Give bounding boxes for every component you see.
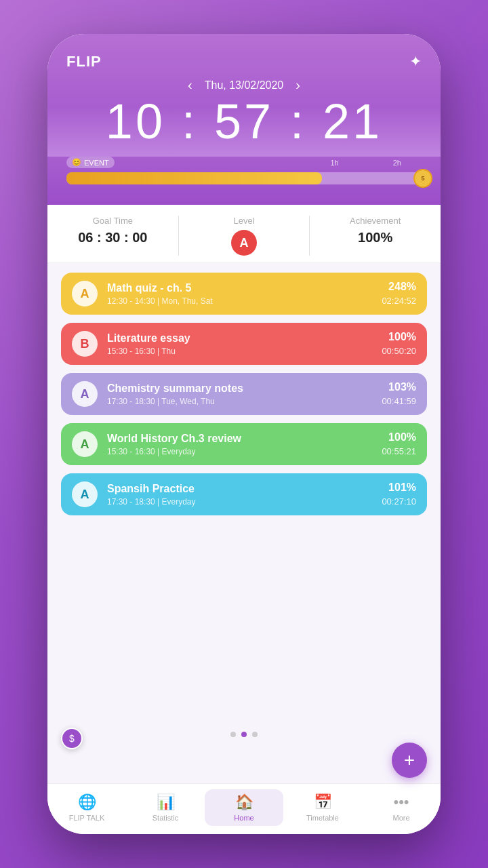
card-title: Chemistry summary notes (107, 382, 372, 395)
home-label: Home (234, 814, 253, 822)
stats-row: Goal Time 06 : 30 : 00 Level A Achieveme… (47, 205, 441, 263)
card-info: Chemistry summary notes 17:30 - 18:30 | … (107, 382, 372, 406)
progress-label-row: 😊 EVENT 1h 2h (66, 157, 422, 168)
timetable-icon: 📅 (314, 793, 332, 811)
card-badge: A (72, 281, 98, 307)
fab-area: $ + (47, 740, 441, 783)
progress-bar: 5 (66, 172, 422, 184)
card-title: Spansih Practice (107, 483, 372, 495)
achievement-label: Achievement (310, 216, 441, 226)
timetable-label: Timetable (306, 814, 339, 822)
event-badge: 😊 EVENT (66, 157, 115, 168)
current-time: 10 : 57 : 21 (66, 97, 422, 146)
goal-time-stat: Goal Time 06 : 30 : 00 (47, 216, 179, 256)
task-card[interactable]: A Math quiz - ch. 5 12:30 - 14:30 | Mon,… (61, 273, 427, 315)
task-card[interactable]: A World History Ch.3 review 15:30 - 16:3… (61, 423, 427, 465)
card-percent: 248% (382, 281, 416, 293)
marker-1h: 1h (331, 159, 339, 167)
current-date: Thu, 13/02/2020 (205, 79, 284, 92)
card-badge: A (72, 481, 98, 507)
card-time: 00:55:21 (382, 446, 416, 456)
more-icon: ••• (393, 793, 409, 811)
statistic-label: Statistic (152, 814, 179, 822)
achievement-value: 100% (310, 230, 441, 245)
pagination-dot[interactable] (252, 732, 258, 737)
date-navigation: ‹ Thu, 13/02/2020 › (66, 77, 422, 93)
card-stats: 100% 00:50:20 (382, 331, 416, 357)
add-task-button[interactable]: + (392, 743, 427, 778)
progress-bar-fill (66, 172, 322, 184)
task-card[interactable]: A Chemistry summary notes 17:30 - 18:30 … (61, 373, 427, 415)
level-stat: Level A (179, 216, 310, 256)
card-schedule: 15:30 - 16:30 | Everyday (107, 447, 372, 456)
level-badge: A (231, 230, 257, 256)
card-time: 00:27:10 (382, 496, 416, 507)
card-badge: A (72, 381, 98, 407)
card-title: World History Ch.3 review (107, 433, 372, 445)
nav-item-more[interactable]: ••• More (362, 789, 441, 826)
card-time: 00:41:59 (382, 396, 416, 406)
card-stats: 248% 02:24:52 (382, 281, 416, 307)
task-card[interactable]: B Literature essay 15:30 - 16:30 | Thu 1… (61, 323, 427, 365)
prev-date-button[interactable]: ‹ (188, 77, 192, 93)
coin-circle: $ (61, 728, 83, 749)
header-area: FLIP ✦ ‹ Thu, 13/02/2020 › 10 : 57 : 21 (47, 34, 441, 157)
card-time: 00:50:20 (382, 346, 416, 356)
card-info: Spansih Practice 17:30 - 18:30 | Everyda… (107, 483, 372, 507)
marker-2h: 2h (393, 159, 401, 167)
pagination-dot[interactable] (230, 732, 236, 737)
card-stats: 100% 00:55:21 (382, 431, 416, 457)
nav-item-flip-talk[interactable]: 🌐 FLIP TALK (47, 789, 126, 826)
goal-time-label: Goal Time (47, 216, 178, 226)
card-schedule: 17:30 - 18:30 | Everyday (107, 497, 372, 507)
card-percent: 103% (382, 381, 416, 393)
card-title: Math quiz - ch. 5 (107, 282, 372, 294)
pagination-dot[interactable] (241, 732, 247, 737)
card-title: Literature essay (107, 332, 372, 344)
coin-badge: 5 (413, 169, 432, 188)
app-title: FLIP (66, 53, 102, 71)
card-info: Math quiz - ch. 5 12:30 - 14:30 | Mon, T… (107, 282, 372, 306)
more-label: More (392, 814, 409, 822)
statistic-icon: 📊 (157, 793, 175, 811)
achievement-stat: Achievement 100% (310, 216, 441, 256)
card-info: World History Ch.3 review 15:30 - 16:30 … (107, 433, 372, 456)
nav-item-timetable[interactable]: 📅 Timetable (283, 789, 362, 826)
card-time: 02:24:52 (382, 296, 416, 306)
card-badge: B (72, 331, 98, 357)
card-stats: 101% 00:27:10 (382, 481, 416, 507)
card-percent: 101% (382, 481, 416, 494)
nav-item-home[interactable]: 🏠 Home (205, 789, 283, 826)
card-percent: 100% (382, 431, 416, 443)
card-info: Literature essay 15:30 - 16:30 | Thu (107, 332, 372, 356)
pagination-dots (47, 726, 441, 740)
card-schedule: 17:30 - 18:30 | Tue, Wed, Thu (107, 397, 372, 406)
flip-talk-label: FLIP TALK (69, 814, 105, 822)
cards-area: A Math quiz - ch. 5 12:30 - 14:30 | Mon,… (47, 263, 441, 726)
flip-talk-icon: 🌐 (78, 793, 96, 811)
bottom-nav: 🌐 FLIP TALK 📊 Statistic 🏠 Home 📅 Timetab… (47, 783, 441, 834)
phone-frame: FLIP ✦ ‹ Thu, 13/02/2020 › 10 : 57 : 21 … (47, 34, 441, 834)
progress-area: 😊 EVENT 1h 2h 5 (47, 157, 441, 205)
task-card[interactable]: A Spansih Practice 17:30 - 18:30 | Every… (61, 473, 427, 515)
card-percent: 100% (382, 331, 416, 343)
card-schedule: 15:30 - 16:30 | Thu (107, 347, 372, 356)
card-schedule: 12:30 - 14:30 | Mon, Thu, Sat (107, 296, 372, 306)
sparkle-icon[interactable]: ✦ (409, 53, 422, 71)
nav-item-statistic[interactable]: 📊 Statistic (126, 789, 205, 826)
event-icon: 😊 (72, 158, 81, 167)
header-top: FLIP ✦ (66, 53, 422, 71)
event-label: EVENT (84, 159, 109, 167)
next-date-button[interactable]: › (296, 77, 300, 93)
card-badge: A (72, 431, 98, 457)
goal-time-value: 06 : 30 : 00 (47, 230, 178, 245)
coin-icon: $ (69, 733, 75, 744)
card-stats: 103% 00:41:59 (382, 381, 416, 407)
home-icon: 🏠 (235, 793, 253, 811)
level-label: Level (179, 216, 310, 226)
